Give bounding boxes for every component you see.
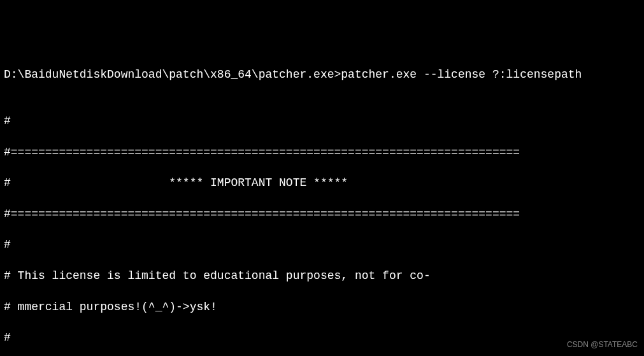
comment-hash: #: [4, 113, 640, 129]
comment-hash: #: [4, 330, 640, 345]
license-note-line: # This license is limited to educational…: [4, 268, 640, 283]
license-note-line: # mmercial purposes!(^_^)->ysk!: [4, 299, 640, 315]
comment-hash: #: [4, 237, 640, 252]
important-note-header: # ***** IMPORTANT NOTE *****: [4, 175, 640, 190]
watermark-text: CSDN @STATEABC: [567, 339, 638, 350]
command-prompt-line: D:\BaiduNetdiskDownload\patch\x86_64\pat…: [4, 67, 640, 82]
separator-line: #=======================================…: [4, 206, 640, 222]
separator-line: #=======================================…: [4, 145, 640, 160]
